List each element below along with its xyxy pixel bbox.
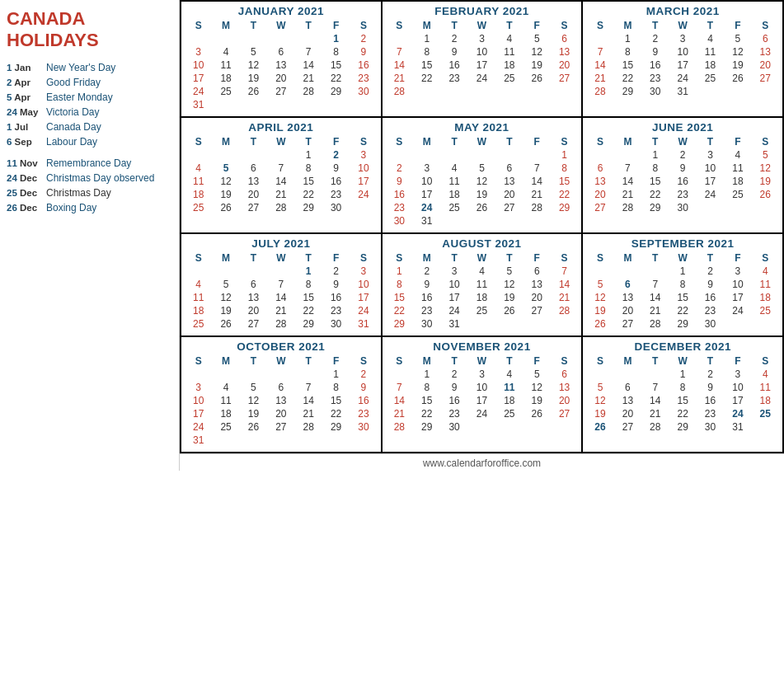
calendar-day: 21 bbox=[641, 407, 669, 420]
calendar-day bbox=[267, 32, 294, 45]
day-header: M bbox=[413, 135, 440, 148]
calendar-day: 7 bbox=[586, 45, 613, 59]
calendar-day: 5 bbox=[752, 148, 779, 162]
calendar-day: 2 bbox=[641, 32, 669, 45]
calendar-day bbox=[495, 420, 523, 434]
holiday-date: 24 Dec bbox=[7, 173, 46, 183]
day-header: W bbox=[267, 135, 294, 148]
calendar-day: 16 bbox=[350, 394, 377, 407]
calendar-day bbox=[752, 420, 779, 434]
day-header: W bbox=[468, 354, 495, 368]
calendar-day bbox=[185, 368, 212, 381]
calendar-day: 27 bbox=[523, 304, 551, 317]
calendar-day: 14 bbox=[586, 59, 613, 72]
calendar-day: 28 bbox=[267, 317, 294, 331]
calendar-day: 23 bbox=[350, 407, 377, 420]
calendar-day: 31 bbox=[724, 420, 751, 434]
calendar-day: 6 bbox=[551, 368, 578, 381]
calendar-day: 9 bbox=[697, 278, 724, 291]
calendar-day: 5 bbox=[468, 162, 495, 175]
day-header: F bbox=[724, 354, 751, 368]
calendar-day: 1 bbox=[551, 148, 578, 162]
calendar-day bbox=[495, 148, 523, 162]
day-header: T bbox=[440, 135, 467, 148]
calendar-day: 5 bbox=[240, 45, 267, 59]
calendar-day: 20 bbox=[240, 188, 267, 201]
calendar-day: 22 bbox=[295, 304, 322, 317]
calendar-day: 24 bbox=[724, 304, 751, 317]
calendar-day: 19 bbox=[523, 59, 551, 72]
calendar-day: 12 bbox=[586, 291, 613, 304]
calendar-day: 21 bbox=[295, 72, 322, 85]
calendar-day: 17 bbox=[350, 291, 377, 304]
calendar-day: 23 bbox=[697, 304, 724, 317]
day-header: W bbox=[468, 135, 495, 148]
calendar-day: 21 bbox=[386, 72, 413, 85]
calendar-day: 16 bbox=[322, 175, 350, 188]
day-header: F bbox=[322, 354, 350, 368]
holiday-item: 24 Dec Christmas Day observed bbox=[7, 172, 172, 184]
holiday-date: 1 Jan bbox=[7, 63, 46, 73]
calendar-day: 26 bbox=[495, 304, 523, 317]
calendar-day: 5 bbox=[586, 278, 613, 291]
calendar-day bbox=[212, 434, 239, 447]
calendar-day bbox=[295, 434, 322, 447]
calendar-day bbox=[523, 148, 551, 162]
calendar-day: 8 bbox=[322, 45, 350, 59]
calendar-day: 18 bbox=[724, 175, 751, 188]
calendar-day: 18 bbox=[697, 59, 724, 72]
calendar-day: 31 bbox=[440, 317, 467, 331]
calendar-day: 13 bbox=[551, 45, 578, 59]
calendar-day: 13 bbox=[551, 381, 578, 394]
calendar-day: 25 bbox=[697, 72, 724, 85]
calendar-day: 30 bbox=[440, 420, 467, 434]
calendar-day bbox=[240, 98, 267, 111]
calendar-day: 17 bbox=[669, 59, 696, 72]
day-header: M bbox=[614, 354, 641, 368]
calendar-day: 17 bbox=[468, 59, 495, 72]
calendar-day: 17 bbox=[440, 291, 467, 304]
calendar-day: 22 bbox=[386, 304, 413, 317]
calendar-day: 8 bbox=[641, 162, 669, 175]
calendar-day: 26 bbox=[523, 72, 551, 85]
calendar-day bbox=[586, 368, 613, 381]
calendar-day: 2 bbox=[322, 265, 350, 278]
calendar-day: 25 bbox=[468, 304, 495, 317]
calendar-day: 6 bbox=[614, 278, 641, 291]
day-header: F bbox=[724, 135, 751, 148]
calendar-day: 10 bbox=[697, 162, 724, 175]
calendar-day: 23 bbox=[322, 304, 350, 317]
calendar-day: 29 bbox=[614, 85, 641, 98]
holiday-date: 24 May bbox=[7, 107, 46, 117]
calendar-day bbox=[614, 368, 641, 381]
calendar-day: 20 bbox=[267, 72, 294, 85]
calendar-day: 25 bbox=[752, 407, 779, 420]
calendar-day: 20 bbox=[614, 304, 641, 317]
calendar-day: 12 bbox=[495, 278, 523, 291]
calendar-day: 10 bbox=[724, 381, 751, 394]
calendar-table: SMTWTFS123456789101112131415161718192021… bbox=[386, 354, 579, 434]
day-header: M bbox=[212, 135, 239, 148]
holiday-name: New Year's Day bbox=[46, 62, 115, 73]
calendar-day bbox=[413, 85, 440, 98]
calendar-day: 30 bbox=[697, 317, 724, 331]
calendar-day: 16 bbox=[440, 394, 467, 407]
calendar-day: 8 bbox=[413, 45, 440, 59]
calendar-day: 13 bbox=[614, 394, 641, 407]
calendar-day bbox=[240, 434, 267, 447]
calendar-day: 5 bbox=[212, 278, 239, 291]
calendar-day: 10 bbox=[468, 45, 495, 59]
calendar-table: SMTWTFS123456789101112131415161718192021… bbox=[185, 135, 378, 214]
calendar-day: 19 bbox=[240, 72, 267, 85]
calendar-day: 25 bbox=[185, 317, 212, 331]
calendar-table: SMTWTFS123456789101112131415161718192021… bbox=[586, 135, 779, 214]
day-header: T bbox=[440, 251, 467, 265]
calendar-day: 21 bbox=[295, 407, 322, 420]
calendar-day bbox=[322, 434, 350, 447]
calendar-day: 10 bbox=[413, 175, 440, 188]
calendar-day: 24 bbox=[350, 304, 377, 317]
calendar-day bbox=[586, 265, 613, 278]
calendar-day: 9 bbox=[322, 278, 350, 291]
calendar-day bbox=[267, 265, 294, 278]
calendar-day: 3 bbox=[185, 45, 212, 59]
